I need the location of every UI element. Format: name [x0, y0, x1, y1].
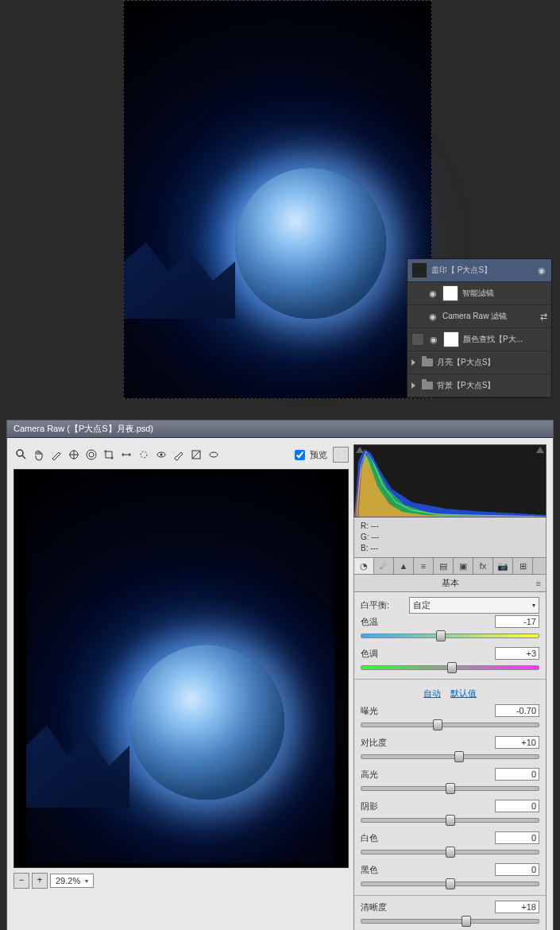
svg-point-15	[210, 452, 218, 457]
blacks-label: 黑色	[361, 864, 404, 876]
mask-thumbnail	[442, 285, 458, 301]
layer-row[interactable]: ◉ Camera Raw 滤镜 ⇄	[407, 305, 551, 328]
preview-checkbox[interactable]: 预览	[292, 448, 327, 463]
svg-point-12	[160, 454, 163, 456]
camera-raw-dialog: Camera Raw (【P大点S】月夜.psd) 预览 ⛶ −	[6, 420, 554, 930]
hand-tool-icon[interactable]	[31, 447, 47, 463]
wb-tool-icon[interactable]	[48, 447, 64, 463]
preview-label: 预览	[310, 449, 327, 461]
whites-slider[interactable]	[361, 846, 539, 857]
mask-thumbnail	[443, 331, 459, 347]
shadows-slider[interactable]	[361, 814, 539, 825]
expand-icon[interactable]	[411, 359, 415, 366]
exposure-slider[interactable]	[361, 719, 539, 730]
layer-name: 智能滤镜	[462, 288, 547, 299]
toolbar: 预览 ⛶	[14, 444, 349, 469]
edit-icon[interactable]: ⇄	[540, 312, 547, 322]
layer-name: 盖印【 P大点S】	[431, 265, 532, 276]
tab-hsl-icon[interactable]: ≡	[414, 558, 434, 574]
preview-area[interactable]	[14, 469, 349, 868]
radial-tool-icon[interactable]	[206, 447, 222, 463]
visibility-icon[interactable]: ◉	[536, 265, 547, 276]
shadows-label: 阴影	[361, 800, 404, 812]
blacks-slider[interactable]	[361, 878, 539, 889]
layer-row[interactable]: ◉ 智能滤镜	[407, 282, 551, 305]
tab-split-icon[interactable]: ▤	[434, 558, 454, 574]
blacks-input[interactable]: 0	[495, 863, 539, 876]
color-sampler-icon[interactable]	[66, 447, 82, 463]
layer-row[interactable]: 盖印【 P大点S】 ◉	[407, 259, 551, 282]
visibility-icon[interactable]: ◉	[427, 312, 438, 322]
tab-basic-icon[interactable]: ◔	[354, 558, 374, 574]
folder-icon	[422, 382, 433, 389]
tint-input[interactable]: +3	[495, 647, 539, 660]
zoom-tool-icon[interactable]	[14, 447, 29, 463]
layer-group[interactable]: 背景【P大点S】	[407, 374, 551, 397]
whites-input[interactable]: 0	[495, 831, 539, 844]
wb-label: 白平衡:	[361, 599, 404, 611]
zoom-value: 29.2%	[56, 876, 80, 885]
zoom-dropdown[interactable]: 29.2%	[50, 874, 94, 888]
contrast-slider[interactable]	[361, 750, 539, 761]
temp-input[interactable]: -17	[495, 615, 539, 628]
rgb-readout: R: --- G: --- B: ---	[353, 517, 546, 558]
basic-panel: 白平衡: 自定 色温-17 色调+3 自动默认值 曝光-0.70 对比度+10 …	[353, 592, 546, 930]
exposure-input[interactable]: -0.70	[495, 704, 539, 717]
zoom-out-button[interactable]: −	[14, 873, 29, 889]
zoom-in-button[interactable]: +	[32, 873, 48, 889]
r-label: R:	[361, 521, 369, 530]
visibility-icon[interactable]: ◉	[428, 335, 439, 345]
clarity-input[interactable]: +18	[495, 901, 539, 913]
svg-line-1	[22, 455, 25, 459]
svg-point-0	[17, 450, 23, 456]
default-link[interactable]: 默认值	[450, 688, 477, 698]
folder-icon	[422, 358, 433, 366]
layer-name: 月亮【P大点S】	[437, 357, 547, 368]
dialog-title: Camera Raw (【P大点S】月夜.psd)	[7, 420, 553, 438]
clarity-label: 清晰度	[361, 901, 404, 913]
tab-curve-icon[interactable]: ☄	[374, 558, 394, 574]
tab-camera-icon[interactable]: 📷	[493, 558, 513, 574]
layer-group[interactable]: 月亮【P大点S】	[407, 351, 551, 374]
fullscreen-button[interactable]: ⛶	[333, 447, 349, 463]
highlights-label: 高光	[361, 769, 404, 781]
document-canvas[interactable]	[123, 0, 432, 399]
redeye-tool-icon[interactable]	[153, 447, 169, 463]
layer-name: 背景【P大点S】	[437, 380, 547, 391]
tab-presets-icon[interactable]: ⊞	[513, 558, 533, 574]
exposure-label: 曝光	[361, 705, 404, 717]
auto-link[interactable]: 自动	[423, 688, 441, 698]
highlights-input[interactable]: 0	[495, 768, 539, 781]
tint-slider[interactable]	[361, 661, 539, 672]
layer-name: 颜色查找【P大...	[463, 334, 547, 345]
adjustment-icon	[411, 333, 424, 346]
contrast-label: 对比度	[361, 737, 404, 749]
crop-tool-icon[interactable]	[101, 447, 117, 463]
temp-slider[interactable]	[361, 630, 539, 641]
layer-row[interactable]: ◉ 颜色查找【P大...	[407, 328, 551, 351]
expand-icon[interactable]	[411, 382, 415, 389]
histogram[interactable]	[353, 444, 546, 517]
brush-tool-icon[interactable]	[171, 447, 187, 463]
layer-name: Camera Raw 滤镜	[442, 311, 536, 322]
layers-panel: 盖印【 P大点S】 ◉ ◉ 智能滤镜 ◉ Camera Raw 滤镜 ⇄ ◉ 颜…	[407, 258, 552, 398]
whites-label: 白色	[361, 832, 404, 844]
contrast-input[interactable]: +10	[495, 736, 539, 749]
tab-fx-icon[interactable]: fx	[473, 558, 493, 574]
workspace: 盖印【 P大点S】 ◉ ◉ 智能滤镜 ◉ Camera Raw 滤镜 ⇄ ◉ 颜…	[0, 0, 560, 413]
tab-lens-icon[interactable]: ▣	[454, 558, 473, 574]
shadows-input[interactable]: 0	[495, 800, 539, 812]
wb-dropdown[interactable]: 自定	[409, 597, 539, 614]
panel-tabs: ◔ ☄ ▲ ≡ ▤ ▣ fx 📷 ⊞	[353, 558, 546, 575]
highlights-slider[interactable]	[361, 782, 539, 793]
visibility-icon[interactable]: ◉	[427, 289, 438, 299]
straighten-tool-icon[interactable]	[118, 447, 134, 463]
g-label: G:	[361, 533, 369, 541]
clarity-slider[interactable]	[361, 915, 539, 926]
gradient-tool-icon[interactable]	[188, 447, 204, 463]
tab-detail-icon[interactable]: ▲	[394, 558, 414, 574]
spot-tool-icon[interactable]	[136, 447, 152, 463]
target-adjust-icon[interactable]	[83, 447, 99, 463]
svg-point-10	[141, 451, 147, 458]
svg-point-6	[87, 450, 96, 459]
